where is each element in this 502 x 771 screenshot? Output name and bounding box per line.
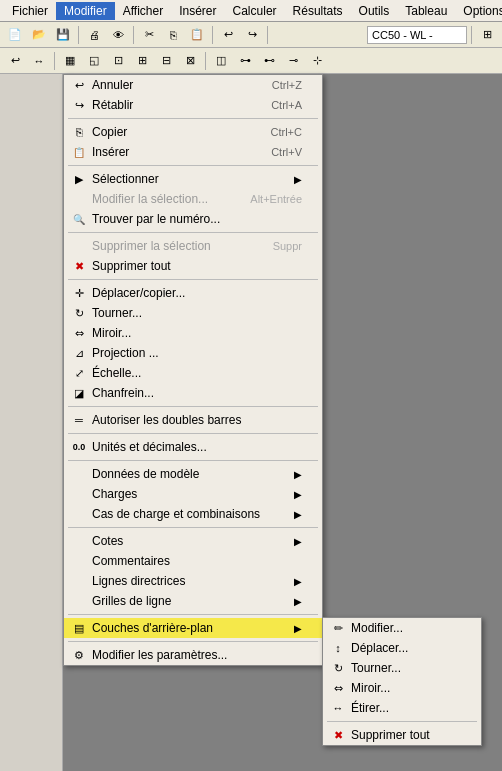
menu-item-lignes[interactable]: Lignes directrices ▶ [64,571,322,591]
sub-item-miroir[interactable]: ⇔ Miroir... [323,678,481,698]
menu-item-unites[interactable]: 0.0 Unités et décimales... [64,437,322,457]
lines-icon: ═ [70,411,88,429]
tb-new[interactable]: 📄 [4,24,26,46]
menu-modifier[interactable]: Modifier [56,2,115,20]
tb2-11[interactable]: ⊷ [258,50,280,72]
tb-save[interactable]: 💾 [52,24,74,46]
sub-mirror-icon: ⇔ [329,679,347,697]
sub-modify-icon: ✏ [329,619,347,637]
menu-inserer[interactable]: Insérer [171,2,224,20]
tb2-1[interactable]: ↩ [4,50,26,72]
menu-item-couches[interactable]: ▤ Couches d'arrière-plan ▶ ✏ Modifier...… [64,618,322,638]
tb-preview[interactable]: 👁 [107,24,129,46]
project-name: CC50 - WL - [367,26,467,44]
menu-item-chanfrein[interactable]: ◪ Chanfrein... [64,383,322,403]
menu-item-trouver[interactable]: 🔍 Trouver par le numéro... [64,209,322,229]
menu-item-miroir[interactable]: ⇔ Miroir... [64,323,322,343]
tb-redo[interactable]: ↪ [241,24,263,46]
paste-icon: 📋 [70,143,88,161]
menu-item-copier[interactable]: ⎘ Copier Ctrl+C [64,122,322,142]
sep5 [471,26,472,44]
chamfer-icon: ◪ [70,384,88,402]
tb2-10[interactable]: ⊶ [234,50,256,72]
menu-item-tourner[interactable]: ↻ Tourner... [64,303,322,323]
sub-item-deplacer[interactable]: ↕ Déplacer... [323,638,481,658]
arrow-icon-7: ▶ [294,596,302,607]
project-icon: ⊿ [70,344,88,362]
tb2-12[interactable]: ⊸ [282,50,304,72]
menu-item-projection[interactable]: ⊿ Projection ... [64,343,322,363]
menu-item-selectionner[interactable]: ▶ Sélectionner ▶ [64,169,322,189]
menu-resultats[interactable]: Résultats [285,2,351,20]
menu-item-cotes[interactable]: Cotes ▶ [64,531,322,551]
menu-item-charges[interactable]: Charges ▶ [64,484,322,504]
menu-afficher[interactable]: Afficher [115,2,171,20]
menubar: Fichier Modifier Afficher Insérer Calcul… [0,0,502,22]
tb-extra1[interactable]: ⊞ [476,24,498,46]
menu-fichier[interactable]: Fichier [4,2,56,20]
tb-copy[interactable]: ⎘ [162,24,184,46]
menu-item-params[interactable]: ⚙ Modifier les paramètres... [64,645,322,665]
arrow-icon-4: ▶ [294,509,302,520]
dropdown-overlay: ↩ Annuler Ctrl+Z ↪ Rétablir Ctrl+A ⎘ Cop… [0,74,502,771]
arrow-icon-6: ▶ [294,576,302,587]
sep2 [133,26,134,44]
units-icon: 0.0 [70,438,88,456]
menu-options[interactable]: Options [455,2,502,20]
menu-item-autoriser[interactable]: ═ Autoriser les doubles barres [64,410,322,430]
scale-icon: ⤢ [70,364,88,382]
arrow-icon-8: ▶ [294,623,302,634]
menu-item-supprimer-tout[interactable]: ✖ Supprimer tout [64,256,322,276]
menu-item-cas-charge[interactable]: Cas de charge et combinaisons ▶ [64,504,322,524]
tb-print[interactable]: 🖨 [83,24,105,46]
sub-item-etirer[interactable]: ↔ Étirer... [323,698,481,718]
tb2-7[interactable]: ⊟ [155,50,177,72]
sub-item-tourner[interactable]: ↻ Tourner... [323,658,481,678]
tb-paste[interactable]: 📋 [186,24,208,46]
main-area: ↩ Annuler Ctrl+Z ↪ Rétablir Ctrl+A ⎘ Cop… [0,74,502,771]
tb-cut[interactable]: ✂ [138,24,160,46]
menu-item-commentaires[interactable]: Commentaires [64,551,322,571]
sep-a [68,118,318,119]
arrow-icon: ▶ [294,174,302,185]
menu-tableau[interactable]: Tableau [397,2,455,20]
tb2-8[interactable]: ⊠ [179,50,201,72]
sep-b [68,165,318,166]
menu-item-retablir[interactable]: ↪ Rétablir Ctrl+A [64,95,322,115]
tb-undo[interactable]: ↩ [217,24,239,46]
sub-sep [327,721,477,722]
side-panel [0,74,63,771]
sep6 [54,52,55,70]
menu-item-annuler[interactable]: ↩ Annuler Ctrl+Z [64,75,322,95]
menu-outils[interactable]: Outils [351,2,398,20]
sep-e [68,406,318,407]
tb2-13[interactable]: ⊹ [306,50,328,72]
sep-g [68,460,318,461]
tb2-4[interactable]: ◱ [83,50,105,72]
menu-item-grilles[interactable]: Grilles de ligne ▶ [64,591,322,611]
mirror-icon: ⇔ [70,324,88,342]
tb2-5[interactable]: ⊡ [107,50,129,72]
tb2-3[interactable]: ▦ [59,50,81,72]
menu-item-donnees[interactable]: Données de modèle ▶ [64,464,322,484]
sub-rotate-icon: ↻ [329,659,347,677]
select-icon: ▶ [70,170,88,188]
menu-calculer[interactable]: Calculer [225,2,285,20]
menu-item-echelle[interactable]: ⤢ Échelle... [64,363,322,383]
tb2-2[interactable]: ↔ [28,50,50,72]
tb-open[interactable]: 📂 [28,24,50,46]
tb2-9[interactable]: ◫ [210,50,232,72]
arrow-icon-3: ▶ [294,489,302,500]
menu-item-inserer[interactable]: 📋 Insérer Ctrl+V [64,142,322,162]
couches-submenu: ✏ Modifier... ↕ Déplacer... ↻ Tourner...… [322,617,482,746]
sub-delete-icon: ✖ [329,726,347,744]
tb2-6[interactable]: ⊞ [131,50,153,72]
sub-item-supprimer[interactable]: ✖ Supprimer tout [323,725,481,745]
sub-move-icon: ↕ [329,639,347,657]
menu-item-deplacer[interactable]: ✛ Déplacer/copier... [64,283,322,303]
undo-icon: ↩ [70,76,88,94]
move-icon: ✛ [70,284,88,302]
copy-icon: ⎘ [70,123,88,141]
sub-item-modifier[interactable]: ✏ Modifier... [323,618,481,638]
sep-j [68,641,318,642]
